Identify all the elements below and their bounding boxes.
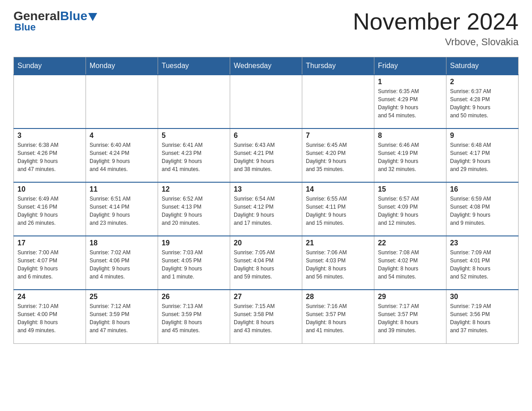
day-info: Sunrise: 6:43 AMSunset: 4:21 PMDaylight:… <box>234 141 298 173</box>
calendar-cell: 5Sunrise: 6:41 AMSunset: 4:23 PMDaylight… <box>158 128 230 182</box>
day-info: Sunrise: 7:06 AMSunset: 4:03 PMDaylight:… <box>306 248 370 281</box>
location: Vrbove, Slovakia <box>353 36 519 48</box>
day-number: 8 <box>378 132 442 140</box>
day-number: 18 <box>90 239 154 247</box>
calendar-cell: 24Sunrise: 7:10 AMSunset: 4:00 PMDayligh… <box>14 290 86 343</box>
day-number: 29 <box>378 293 442 301</box>
day-number: 15 <box>378 185 442 193</box>
calendar-cell <box>158 75 230 128</box>
logo-triangle-icon <box>88 13 97 21</box>
calendar-header-friday: Friday <box>374 57 446 75</box>
calendar-cell: 7Sunrise: 6:45 AMSunset: 4:20 PMDaylight… <box>302 128 374 182</box>
day-number: 28 <box>306 293 370 301</box>
day-number: 5 <box>162 132 226 140</box>
day-info: Sunrise: 6:57 AMSunset: 4:09 PMDaylight:… <box>378 195 442 227</box>
logo-subtitle: Blue <box>14 21 36 33</box>
day-number: 19 <box>162 239 226 247</box>
day-info: Sunrise: 7:12 AMSunset: 3:59 PMDaylight:… <box>90 302 154 334</box>
calendar-cell <box>86 75 158 128</box>
day-info: Sunrise: 6:40 AMSunset: 4:24 PMDaylight:… <box>90 141 154 173</box>
calendar-cell: 13Sunrise: 6:54 AMSunset: 4:12 PMDayligh… <box>230 182 302 236</box>
day-number: 4 <box>90 132 154 140</box>
day-number: 10 <box>17 185 82 193</box>
calendar-cell: 10Sunrise: 6:49 AMSunset: 4:16 PMDayligh… <box>14 182 86 236</box>
week-row-5: 24Sunrise: 7:10 AMSunset: 4:00 PMDayligh… <box>14 290 519 343</box>
calendar-header-sunday: Sunday <box>14 57 86 75</box>
day-number: 20 <box>234 239 298 247</box>
calendar-cell <box>302 75 374 128</box>
calendar-cell: 9Sunrise: 6:48 AMSunset: 4:17 PMDaylight… <box>446 128 519 182</box>
calendar-cell: 22Sunrise: 7:08 AMSunset: 4:02 PMDayligh… <box>374 236 446 290</box>
day-info: Sunrise: 6:48 AMSunset: 4:17 PMDaylight:… <box>450 141 515 173</box>
calendar-cell: 12Sunrise: 6:52 AMSunset: 4:13 PMDayligh… <box>158 182 230 236</box>
day-number: 11 <box>90 185 154 193</box>
week-row-3: 10Sunrise: 6:49 AMSunset: 4:16 PMDayligh… <box>14 182 519 236</box>
calendar-cell: 25Sunrise: 7:12 AMSunset: 3:59 PMDayligh… <box>86 290 158 343</box>
day-number: 24 <box>17 293 82 301</box>
day-number: 9 <box>450 132 515 140</box>
day-info: Sunrise: 7:16 AMSunset: 3:57 PMDaylight:… <box>306 302 370 334</box>
calendar-cell <box>230 75 302 128</box>
calendar-header-monday: Monday <box>86 57 158 75</box>
calendar-cell: 2Sunrise: 6:37 AMSunset: 4:28 PMDaylight… <box>446 75 519 128</box>
calendar-cell: 26Sunrise: 7:13 AMSunset: 3:59 PMDayligh… <box>158 290 230 343</box>
calendar-cell: 27Sunrise: 7:15 AMSunset: 3:58 PMDayligh… <box>230 290 302 343</box>
day-info: Sunrise: 6:45 AMSunset: 4:20 PMDaylight:… <box>306 141 370 173</box>
day-info: Sunrise: 6:55 AMSunset: 4:11 PMDaylight:… <box>306 195 370 227</box>
month-title: November 2024 <box>353 9 519 34</box>
day-info: Sunrise: 7:05 AMSunset: 4:04 PMDaylight:… <box>234 248 298 281</box>
day-number: 2 <box>450 78 515 86</box>
calendar-cell: 8Sunrise: 6:46 AMSunset: 4:19 PMDaylight… <box>374 128 446 182</box>
day-info: Sunrise: 6:46 AMSunset: 4:19 PMDaylight:… <box>378 141 442 173</box>
day-number: 3 <box>17 132 82 140</box>
day-number: 6 <box>234 132 298 140</box>
calendar-cell: 3Sunrise: 6:38 AMSunset: 4:26 PMDaylight… <box>14 128 86 182</box>
logo: General Blue Blue <box>13 9 97 33</box>
page-header: General Blue Blue November 2024 Vrbove, … <box>13 9 519 48</box>
day-info: Sunrise: 6:59 AMSunset: 4:08 PMDaylight:… <box>450 195 515 227</box>
day-info: Sunrise: 7:08 AMSunset: 4:02 PMDaylight:… <box>378 248 442 281</box>
day-info: Sunrise: 7:02 AMSunset: 4:06 PMDaylight:… <box>90 248 154 281</box>
calendar-header-wednesday: Wednesday <box>230 57 302 75</box>
day-info: Sunrise: 6:37 AMSunset: 4:28 PMDaylight:… <box>450 87 515 120</box>
title-block: November 2024 Vrbove, Slovakia <box>353 9 519 48</box>
day-number: 27 <box>234 293 298 301</box>
day-info: Sunrise: 6:41 AMSunset: 4:23 PMDaylight:… <box>162 141 226 173</box>
calendar-cell: 6Sunrise: 6:43 AMSunset: 4:21 PMDaylight… <box>230 128 302 182</box>
calendar-cell: 29Sunrise: 7:17 AMSunset: 3:57 PMDayligh… <box>374 290 446 343</box>
day-info: Sunrise: 6:35 AMSunset: 4:29 PMDaylight:… <box>378 87 442 120</box>
calendar-header-saturday: Saturday <box>446 57 519 75</box>
week-row-1: 1Sunrise: 6:35 AMSunset: 4:29 PMDaylight… <box>14 75 519 128</box>
calendar-header-tuesday: Tuesday <box>158 57 230 75</box>
day-number: 21 <box>306 239 370 247</box>
calendar-header-row: SundayMondayTuesdayWednesdayThursdayFrid… <box>14 57 519 75</box>
day-number: 14 <box>306 185 370 193</box>
calendar-cell <box>14 75 86 128</box>
calendar-cell: 15Sunrise: 6:57 AMSunset: 4:09 PMDayligh… <box>374 182 446 236</box>
day-info: Sunrise: 7:10 AMSunset: 4:00 PMDaylight:… <box>17 302 82 334</box>
day-number: 1 <box>378 78 442 86</box>
day-info: Sunrise: 7:00 AMSunset: 4:07 PMDaylight:… <box>17 248 82 281</box>
day-number: 16 <box>450 185 515 193</box>
day-number: 22 <box>378 239 442 247</box>
day-info: Sunrise: 6:38 AMSunset: 4:26 PMDaylight:… <box>17 141 82 173</box>
calendar-cell: 28Sunrise: 7:16 AMSunset: 3:57 PMDayligh… <box>302 290 374 343</box>
day-info: Sunrise: 7:17 AMSunset: 3:57 PMDaylight:… <box>378 302 442 334</box>
day-number: 23 <box>450 239 515 247</box>
day-number: 7 <box>306 132 370 140</box>
calendar-cell: 21Sunrise: 7:06 AMSunset: 4:03 PMDayligh… <box>302 236 374 290</box>
day-info: Sunrise: 7:09 AMSunset: 4:01 PMDaylight:… <box>450 248 515 281</box>
calendar-cell: 17Sunrise: 7:00 AMSunset: 4:07 PMDayligh… <box>14 236 86 290</box>
calendar-cell: 19Sunrise: 7:03 AMSunset: 4:05 PMDayligh… <box>158 236 230 290</box>
day-info: Sunrise: 6:49 AMSunset: 4:16 PMDaylight:… <box>17 195 82 227</box>
calendar-cell: 23Sunrise: 7:09 AMSunset: 4:01 PMDayligh… <box>446 236 519 290</box>
calendar-header-thursday: Thursday <box>302 57 374 75</box>
day-info: Sunrise: 7:19 AMSunset: 3:56 PMDaylight:… <box>450 302 515 334</box>
day-number: 30 <box>450 293 515 301</box>
day-info: Sunrise: 7:15 AMSunset: 3:58 PMDaylight:… <box>234 302 298 334</box>
calendar-cell: 4Sunrise: 6:40 AMSunset: 4:24 PMDaylight… <box>86 128 158 182</box>
calendar-cell: 30Sunrise: 7:19 AMSunset: 3:56 PMDayligh… <box>446 290 519 343</box>
calendar-table: SundayMondayTuesdayWednesdayThursdayFrid… <box>13 57 519 344</box>
day-info: Sunrise: 6:52 AMSunset: 4:13 PMDaylight:… <box>162 195 226 227</box>
day-number: 13 <box>234 185 298 193</box>
